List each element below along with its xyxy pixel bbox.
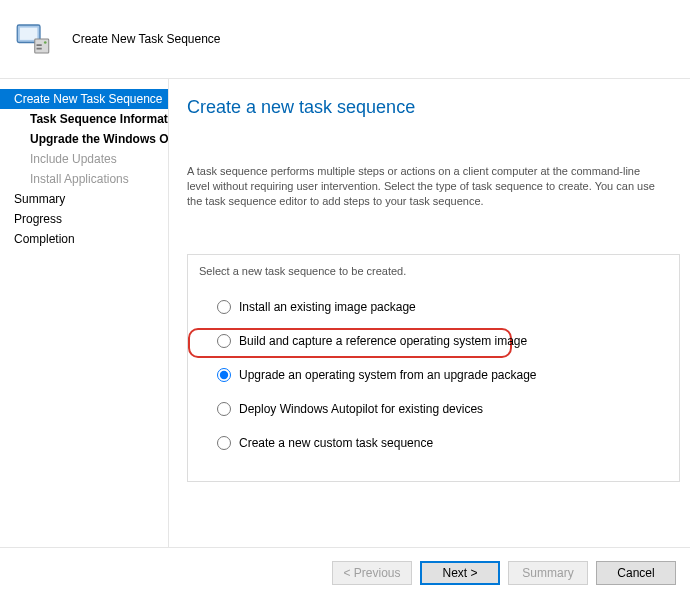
sidebar-item-create-new[interactable]: Create New Task Sequence	[0, 89, 168, 109]
wizard-content: Create a new task sequence A task sequen…	[168, 79, 690, 547]
radio-install-image[interactable]: Install an existing image package	[211, 298, 672, 316]
sidebar-item-install-apps: Install Applications	[0, 169, 168, 189]
wizard-header: Create New Task Sequence	[0, 0, 690, 79]
sidebar-item-task-info[interactable]: Task Sequence Information	[0, 109, 168, 129]
svg-rect-3	[37, 44, 42, 46]
sidebar-item-summary[interactable]: Summary	[0, 189, 168, 209]
sidebar-item-progress[interactable]: Progress	[0, 209, 168, 229]
task-sequence-group: Select a new task sequence to be created…	[187, 245, 680, 482]
radio-input-custom[interactable]	[217, 436, 231, 450]
next-button[interactable]: Next >	[420, 561, 500, 585]
sidebar-item-include-updates: Include Updates	[0, 149, 168, 169]
radio-label: Deploy Windows Autopilot for existing de…	[239, 402, 483, 416]
task-sequence-icon	[12, 18, 54, 60]
svg-rect-1	[20, 28, 38, 40]
radio-label: Create a new custom task sequence	[239, 436, 433, 450]
group-label: Select a new task sequence to be created…	[195, 265, 410, 277]
sidebar-item-upgrade-windows[interactable]: Upgrade the Windows Operating System	[0, 129, 168, 149]
cancel-button[interactable]: Cancel	[596, 561, 676, 585]
radio-list: Install an existing image package Build …	[195, 280, 672, 452]
page-heading: Create a new task sequence	[187, 97, 680, 118]
radio-input-upgrade-os[interactable]	[217, 368, 231, 382]
radio-autopilot[interactable]: Deploy Windows Autopilot for existing de…	[211, 400, 672, 418]
previous-button: < Previous	[332, 561, 412, 585]
wizard-sidebar: Create New Task Sequence Task Sequence I…	[0, 79, 168, 547]
radio-upgrade-os[interactable]: Upgrade an operating system from an upgr…	[211, 366, 672, 384]
svg-point-5	[44, 41, 47, 44]
wizard-title: Create New Task Sequence	[72, 32, 221, 46]
radio-input-install-image[interactable]	[217, 300, 231, 314]
summary-button: Summary	[508, 561, 588, 585]
sidebar-item-completion[interactable]: Completion	[0, 229, 168, 249]
radio-label: Upgrade an operating system from an upgr…	[239, 368, 537, 382]
radio-input-build-capture[interactable]	[217, 334, 231, 348]
radio-label: Build and capture a reference operating …	[239, 334, 527, 348]
radio-build-capture[interactable]: Build and capture a reference operating …	[211, 332, 672, 350]
page-description: A task sequence performs multiple steps …	[187, 164, 657, 209]
radio-custom[interactable]: Create a new custom task sequence	[211, 434, 672, 452]
wizard-footer: < Previous Next > Summary Cancel	[0, 547, 690, 597]
svg-rect-4	[37, 48, 42, 50]
radio-input-autopilot[interactable]	[217, 402, 231, 416]
radio-label: Install an existing image package	[239, 300, 416, 314]
